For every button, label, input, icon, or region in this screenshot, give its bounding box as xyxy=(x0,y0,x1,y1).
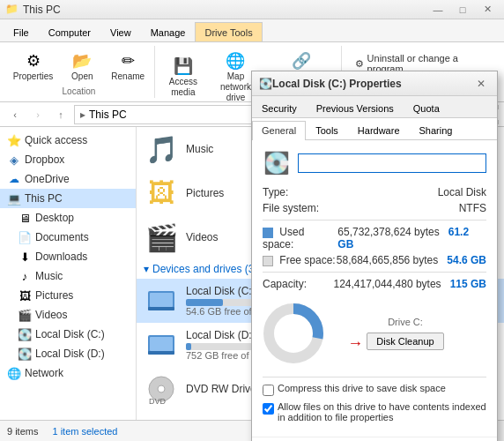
videos-folder-icon: 🎬 xyxy=(144,220,179,255)
minimize-button[interactable]: — xyxy=(426,1,449,19)
index-checkbox[interactable] xyxy=(263,403,274,415)
access-media-label: Accessmedia xyxy=(169,77,197,98)
ribbon-group-location: ⚙ Properties 📂 Open ✏ Rename Location xyxy=(4,46,155,98)
fs-label: File system: xyxy=(263,202,319,214)
sidebar-item-quick-access[interactable]: ⭐ Quick access xyxy=(0,131,136,150)
rename-label: Rename xyxy=(111,71,145,82)
sidebar-item-downloads[interactable]: ⬇ Downloads xyxy=(0,247,136,266)
music-name: Music xyxy=(186,143,213,155)
add-location-icon: 🔗 xyxy=(291,50,312,71)
index-row: Allow files on this drive to have conten… xyxy=(263,401,486,422)
rename-button[interactable]: ✏ Rename xyxy=(105,48,151,85)
dvd-device-icon: DVD xyxy=(144,371,179,407)
dropbox-label: Dropbox xyxy=(25,153,64,166)
compress-checkbox[interactable] xyxy=(263,385,274,396)
videos-name: Videos xyxy=(186,231,218,243)
svg-rect-2 xyxy=(148,307,174,310)
disk-name-input[interactable] xyxy=(298,153,486,173)
sidebar-item-music[interactable]: ♪ Music xyxy=(0,266,136,286)
sidebar-item-documents[interactable]: 📄 Documents xyxy=(0,228,136,247)
fs-value: NTFS xyxy=(459,202,486,214)
local-d-label: Local Disk (D:) xyxy=(35,348,105,360)
window-title: This PC xyxy=(23,4,426,16)
tab-file[interactable]: File xyxy=(4,22,39,41)
local-d-device-icon xyxy=(144,327,179,363)
sidebar-item-videos[interactable]: 🎬 Videos xyxy=(0,305,136,325)
pictures-icon: 🖼 xyxy=(18,288,32,303)
documents-label: Documents xyxy=(35,231,89,243)
properties-button[interactable]: ⚙ Properties xyxy=(7,48,60,85)
svg-point-7 xyxy=(158,385,165,392)
sidebar-item-local-c[interactable]: 💽 Local Disk (C:) xyxy=(0,325,136,344)
sidebar: ⭐ Quick access ◈ Dropbox ☁ OneDrive 💻 Th… xyxy=(0,127,137,420)
dialog-title-bar: 💽 Local Disk (C:) Properties ✕ xyxy=(252,71,497,96)
capacity-gb: 115 GB xyxy=(450,278,486,290)
back-button[interactable]: ‹ xyxy=(5,105,25,124)
capacity-label: Capacity: xyxy=(263,278,307,290)
onedrive-label: OneDrive xyxy=(25,173,70,185)
dialog-tab-security[interactable]: Security xyxy=(252,99,307,117)
sidebar-item-onedrive[interactable]: ☁ OneDrive xyxy=(0,169,136,189)
music-icon: ♪ xyxy=(18,269,32,283)
sidebar-item-dropbox[interactable]: ◈ Dropbox xyxy=(0,150,136,169)
properties-label: Properties xyxy=(13,71,54,82)
type-label: Type: xyxy=(263,186,288,198)
svg-rect-5 xyxy=(148,351,174,355)
downloads-label: Downloads xyxy=(35,250,87,263)
music-label: Music xyxy=(35,270,63,282)
local-d-progress-bg xyxy=(186,343,256,350)
divider1 xyxy=(263,220,486,220)
index-label: Allow files on this drive to have conten… xyxy=(278,401,486,422)
arrow-annotation: → xyxy=(347,334,363,353)
donut-container xyxy=(263,303,324,364)
dialog-tab-hardware[interactable]: Hardware xyxy=(348,121,410,139)
access-media-button[interactable]: 💾 Accessmedia xyxy=(164,53,203,101)
local-c-device-icon xyxy=(144,283,179,318)
tab-drive-tools[interactable]: Drive Tools xyxy=(195,22,262,41)
dialog-tab-tools[interactable]: Tools xyxy=(306,121,348,139)
dialog-tab-quota[interactable]: Quota xyxy=(404,99,449,117)
forward-button[interactable]: › xyxy=(28,105,48,124)
documents-icon: 📄 xyxy=(18,230,32,244)
pictures-folder-icon: 🖼 xyxy=(144,176,179,211)
sidebar-item-this-pc[interactable]: 💻 This PC xyxy=(0,189,136,208)
dialog-tab-general[interactable]: General xyxy=(252,121,306,140)
devices-chevron-icon: ▾ xyxy=(144,263,149,275)
path-text: This PC xyxy=(89,108,127,121)
tab-view[interactable]: View xyxy=(100,22,141,41)
rename-icon: ✏ xyxy=(117,50,138,71)
disk-cleanup-button[interactable]: Disk Cleanup xyxy=(367,333,443,350)
desktop-icon: 🖥 xyxy=(18,211,32,225)
properties-dialog: 💽 Local Disk (C:) Properties ✕ Security … xyxy=(251,71,498,441)
location-group-label: Location xyxy=(63,86,96,96)
sidebar-item-network[interactable]: 🌐 Network xyxy=(0,363,136,383)
free-label: Free space: xyxy=(263,254,336,266)
maximize-button[interactable]: □ xyxy=(451,1,474,19)
access-media-icon: 💾 xyxy=(173,56,194,77)
open-button[interactable]: 📂 Open xyxy=(63,48,101,85)
capacity-row: Capacity: 124,417,044,480 bytes 115 GB xyxy=(263,278,486,290)
dialog-tab-sharing[interactable]: Sharing xyxy=(410,121,463,139)
dialog-title-icon: 💽 xyxy=(259,78,272,90)
close-window-button[interactable]: ✕ xyxy=(476,1,499,19)
fs-row: File system: NTFS xyxy=(263,202,486,214)
dialog-tabs-row2: General Tools Hardware Sharing xyxy=(252,117,497,140)
dialog-content: 💽 Type: Local Disk File system: NTFS Use… xyxy=(252,140,497,437)
ribbon-group-content-location: ⚙ Properties 📂 Open ✏ Rename xyxy=(7,48,151,85)
donut-chart xyxy=(263,303,324,364)
sidebar-item-pictures[interactable]: 🖼 Pictures xyxy=(0,286,136,305)
open-icon: 📂 xyxy=(71,50,93,71)
devices-header-label: Devices and drives (3) xyxy=(152,263,257,275)
dialog-tab-previous[interactable]: Previous Versions xyxy=(307,99,404,117)
sidebar-item-desktop[interactable]: 🖥 Desktop xyxy=(0,208,136,228)
divider2 xyxy=(263,272,486,273)
up-button[interactable]: ↑ xyxy=(51,105,70,124)
onedrive-icon: ☁ xyxy=(7,172,21,186)
network-icon: 🌐 xyxy=(7,366,21,380)
tab-manage[interactable]: Manage xyxy=(141,22,196,41)
sidebar-item-local-d[interactable]: 💽 Local Disk (D:) xyxy=(0,344,136,363)
tab-computer[interactable]: Computer xyxy=(39,22,100,41)
disk-icon: 💽 xyxy=(263,149,291,177)
dialog-tabs: Security Previous Versions Quota xyxy=(252,96,497,118)
dialog-close-button[interactable]: ✕ xyxy=(472,76,490,92)
